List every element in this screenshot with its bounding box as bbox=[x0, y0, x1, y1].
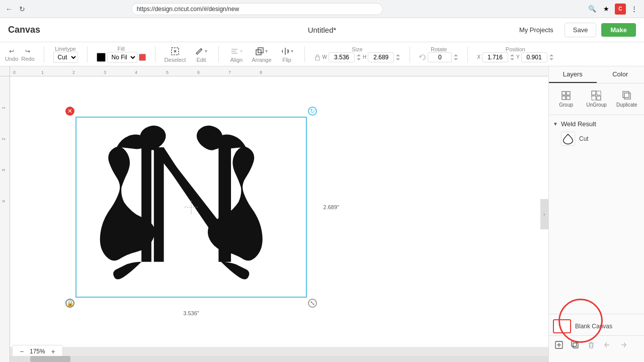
duplicate-label: Duplicate bbox=[616, 102, 637, 108]
rotate-handle[interactable]: ↻ bbox=[308, 107, 317, 116]
align-label: Align bbox=[230, 57, 243, 63]
layer-cut-item[interactable]: Cut bbox=[549, 130, 644, 148]
arrange-icon bbox=[255, 47, 264, 56]
address-bar[interactable]: https://design.cricut.com/#/design/new bbox=[131, 3, 383, 15]
linetype-select[interactable]: Cut bbox=[53, 52, 78, 63]
undo-redo-group: ↩ Undo ↪ Redo bbox=[5, 47, 35, 62]
panel-scroll-right[interactable]: › bbox=[540, 199, 548, 229]
position-label: Position bbox=[506, 46, 525, 52]
menu-icon[interactable]: ⋮ bbox=[629, 4, 640, 15]
duplicate-button[interactable]: Duplicate bbox=[613, 87, 641, 111]
arrange-button[interactable]: ▾ bbox=[253, 46, 270, 57]
canvas-delete-button[interactable] bbox=[584, 338, 598, 352]
app-title: Untitled* bbox=[308, 26, 337, 34]
rotate-label: Rotate bbox=[431, 46, 447, 52]
zoom-percentage: 175% bbox=[30, 348, 45, 355]
rotate-item: Rotate bbox=[419, 46, 458, 62]
zoom-out-button[interactable]: − bbox=[17, 346, 27, 356]
cricut-ext-icon[interactable]: C bbox=[615, 4, 626, 15]
deselect-button[interactable] bbox=[169, 46, 182, 57]
svg-rect-12 bbox=[562, 92, 566, 95]
canvas-move-right-button[interactable] bbox=[616, 338, 630, 352]
align-button[interactable]: ▾ bbox=[228, 46, 245, 57]
size-item: Size W H bbox=[314, 46, 401, 62]
flip-label: Flip bbox=[282, 57, 291, 63]
resize-handle[interactable]: ⤡ bbox=[308, 299, 317, 308]
tab-color[interactable]: Color bbox=[597, 66, 645, 83]
back-button[interactable]: ← bbox=[4, 4, 14, 14]
redo-icon: ↪ bbox=[25, 48, 30, 55]
refresh-button[interactable]: ↻ bbox=[17, 4, 27, 14]
scroll-thumb[interactable] bbox=[30, 356, 70, 362]
ruler-mark-0: 0 bbox=[13, 70, 16, 75]
canvas-area[interactable]: 0 1 2 3 4 5 6 7 8 1 2 3 4 ✕ ↻ � bbox=[0, 66, 548, 362]
ruler-v-mark-4: 4 bbox=[1, 200, 6, 203]
deselect-item: Deselect bbox=[165, 46, 186, 63]
my-projects-button[interactable]: My Projects bbox=[513, 23, 559, 37]
save-button[interactable]: Save bbox=[565, 23, 597, 37]
flip-button[interactable]: ▾ bbox=[279, 46, 295, 57]
group-label: Group bbox=[559, 102, 573, 108]
rotate-icon bbox=[419, 54, 426, 61]
close-handle[interactable]: ✕ bbox=[65, 107, 74, 116]
ruler-mark-6: 6 bbox=[197, 70, 200, 75]
right-panel: Layers Color Group bbox=[548, 66, 644, 362]
fill-select[interactable]: No Fill bbox=[107, 52, 137, 63]
h-label: H bbox=[363, 54, 366, 60]
ruler-v-mark-1: 1 bbox=[1, 107, 6, 109]
ruler-mark-7: 7 bbox=[228, 70, 231, 75]
canvas-move-left-button[interactable] bbox=[600, 338, 614, 352]
svg-rect-18 bbox=[592, 96, 596, 100]
weld-result-header[interactable]: ▼ Weld Result bbox=[549, 118, 644, 130]
design-object[interactable]: ✕ ↻ 🔒 ⤡ bbox=[75, 117, 307, 298]
size-w-input[interactable] bbox=[329, 52, 355, 62]
zoom-in-button[interactable]: + bbox=[48, 346, 58, 356]
size-lock-icon[interactable] bbox=[314, 54, 321, 61]
browser-icons: 🔍 ★ C ⋮ bbox=[587, 4, 640, 15]
divider-7 bbox=[467, 46, 468, 62]
bottom-canvas-section: Blank Canvas bbox=[549, 314, 644, 357]
divider-6 bbox=[410, 46, 410, 62]
header-actions: My Projects Save Make bbox=[513, 23, 636, 37]
fill-control[interactable]: No Fill bbox=[97, 52, 146, 63]
undo-button[interactable]: ↩ bbox=[7, 47, 16, 56]
pos-x-stepper-icon bbox=[510, 54, 515, 61]
blank-canvas-item[interactable]: Blank Canvas bbox=[549, 317, 644, 335]
ruler-mark-3: 3 bbox=[104, 70, 106, 75]
linetype-color-swatch[interactable] bbox=[139, 54, 146, 61]
ruler-mark-2: 2 bbox=[72, 70, 75, 75]
bookmark-icon[interactable]: ★ bbox=[601, 4, 612, 15]
align-icon bbox=[230, 47, 239, 56]
edit-icon bbox=[195, 47, 204, 56]
divider-3 bbox=[155, 46, 155, 62]
lock-handle[interactable]: 🔒 bbox=[65, 299, 74, 308]
layer-thumb-svg bbox=[562, 133, 574, 145]
size-h-input[interactable] bbox=[368, 52, 394, 62]
horizontal-scrollbar[interactable] bbox=[10, 356, 548, 362]
fill-color-box[interactable] bbox=[97, 53, 106, 62]
rotate-input[interactable] bbox=[428, 52, 452, 62]
search-icon[interactable]: 🔍 bbox=[587, 4, 598, 15]
group-button[interactable]: Group bbox=[552, 87, 580, 111]
make-button[interactable]: Make bbox=[601, 23, 636, 37]
svg-rect-20 bbox=[624, 93, 630, 99]
flip-item: ▾ Flip bbox=[279, 46, 295, 63]
add-canvas-icon bbox=[555, 341, 563, 349]
pos-y-stepper-icon bbox=[549, 54, 554, 61]
ungroup-button[interactable]: UnGroup bbox=[582, 87, 610, 111]
pos-y-input[interactable] bbox=[521, 52, 547, 62]
edit-dropdown-arrow: ▾ bbox=[205, 48, 207, 54]
crosshair-icon bbox=[184, 200, 199, 215]
dim-width-label: 3.536" bbox=[181, 310, 201, 317]
pos-x-input[interactable] bbox=[482, 52, 508, 62]
svg-rect-17 bbox=[597, 91, 601, 95]
redo-button[interactable]: ↪ bbox=[23, 47, 32, 56]
canvas-content[interactable]: ✕ ↻ 🔒 ⤡ bbox=[10, 76, 548, 347]
canvas-add-button[interactable] bbox=[552, 338, 566, 352]
tab-layers[interactable]: Layers bbox=[549, 66, 597, 83]
ruler-v-mark-2: 2 bbox=[1, 138, 6, 140]
ruler-v-mark-3: 3 bbox=[1, 169, 6, 171]
divider-2 bbox=[87, 46, 88, 62]
canvas-copy-button[interactable] bbox=[568, 338, 582, 352]
edit-button[interactable]: ▾ bbox=[193, 46, 209, 57]
